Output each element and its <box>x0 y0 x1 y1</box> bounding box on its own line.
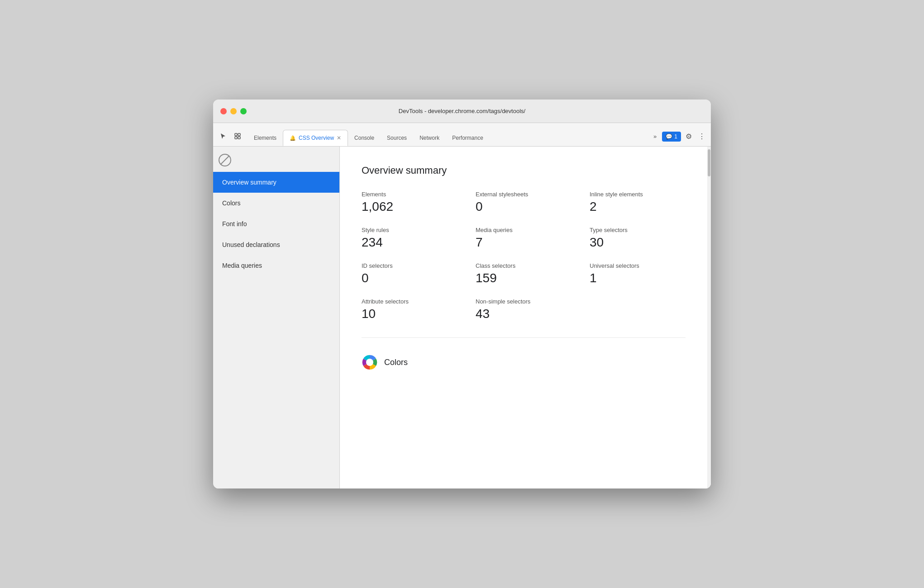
traffic-lights <box>220 108 247 114</box>
stat-media-queries: Media queries 7 <box>476 227 572 250</box>
window-title: DevTools - developer.chrome.com/tags/dev… <box>399 108 525 114</box>
tab-icon: 🔔 <box>290 135 296 141</box>
inspect-icon[interactable] <box>231 130 244 142</box>
scrollbar-thumb[interactable] <box>708 149 710 176</box>
stat-type-selectors: Type selectors 30 <box>590 227 686 250</box>
maximize-button[interactable] <box>240 108 247 114</box>
stat-attribute-selectors-value: 10 <box>362 307 457 321</box>
stat-type-selectors-value: 30 <box>590 235 686 250</box>
chat-count: 1 <box>674 133 677 140</box>
stat-non-simple-selectors-label: Non-simple selectors <box>476 298 572 305</box>
stat-inline-style-elements-label: Inline style elements <box>590 191 686 198</box>
sidebar-item-colors-label: Colors <box>222 199 240 207</box>
colors-header: Colors <box>362 354 686 370</box>
sidebar-item-colors[interactable]: Colors <box>213 193 339 213</box>
colors-section: Colors <box>362 338 686 379</box>
sidebar-item-unused-declarations[interactable]: Unused declarations <box>213 234 339 255</box>
stat-id-selectors-value: 0 <box>362 271 457 285</box>
sidebar-item-overview-summary[interactable]: Overview summary <box>213 172 339 193</box>
scrollbar-track <box>707 147 711 488</box>
toolbar-left <box>217 130 244 146</box>
stat-universal-selectors-label: Universal selectors <box>590 262 686 269</box>
main-content: Overview summary Colors Font info Unused… <box>213 147 711 488</box>
color-wheel-icon <box>362 354 378 370</box>
sidebar-item-media-queries[interactable]: Media queries <box>213 255 339 276</box>
content-inner: Overview summary Elements 1,062 External… <box>340 147 711 398</box>
stat-attribute-selectors-label: Attribute selectors <box>362 298 457 305</box>
stat-media-queries-value: 7 <box>476 235 572 250</box>
sidebar-item-font-info[interactable]: Font info <box>213 213 339 234</box>
tab-css-overview-label: CSS Overview <box>299 135 334 141</box>
sidebar-nav: Overview summary Colors Font info Unused… <box>213 172 339 276</box>
close-button[interactable] <box>220 108 227 114</box>
tab-css-overview[interactable]: 🔔 CSS Overview ✕ <box>283 130 348 146</box>
tabs-container: Elements 🔔 CSS Overview ✕ Console Source… <box>248 130 651 146</box>
stat-elements: Elements 1,062 <box>362 191 457 214</box>
stats-grid: Elements 1,062 External stylesheets 0 In… <box>362 191 686 321</box>
stat-non-simple-selectors-value: 43 <box>476 307 572 321</box>
tab-network-label: Network <box>419 135 439 141</box>
stat-external-stylesheets-value: 0 <box>476 199 572 214</box>
stat-class-selectors: Class selectors 159 <box>476 262 572 285</box>
chat-icon: 💬 <box>666 133 672 140</box>
tab-sources-label: Sources <box>387 135 407 141</box>
chat-button[interactable]: 💬 1 <box>662 132 681 142</box>
sidebar-item-unused-declarations-label: Unused declarations <box>222 241 280 248</box>
sidebar-item-font-info-label: Font info <box>222 220 247 228</box>
overview-summary-section: Overview summary Elements 1,062 External… <box>362 165 686 338</box>
stat-universal-selectors-value: 1 <box>590 271 686 285</box>
svg-point-6 <box>366 359 373 366</box>
tab-elements-label: Elements <box>254 135 276 141</box>
svg-rect-2 <box>235 137 237 139</box>
sidebar-top <box>213 150 339 170</box>
stat-external-stylesheets: External stylesheets 0 <box>476 191 572 214</box>
svg-rect-1 <box>238 133 240 136</box>
tab-elements[interactable]: Elements <box>248 130 283 146</box>
cursor-icon[interactable] <box>217 130 229 142</box>
svg-rect-3 <box>238 137 240 139</box>
colors-section-title: Colors <box>384 358 408 367</box>
stat-style-rules-value: 234 <box>362 235 457 250</box>
sidebar-item-media-queries-label: Media queries <box>222 262 262 269</box>
toolbar-right: » 💬 1 ⚙ ⋮ <box>651 130 707 146</box>
tab-close-icon[interactable]: ✕ <box>337 135 341 141</box>
tab-performance[interactable]: Performance <box>446 130 490 146</box>
stat-id-selectors: ID selectors 0 <box>362 262 457 285</box>
stat-style-rules-label: Style rules <box>362 227 457 233</box>
stat-class-selectors-label: Class selectors <box>476 262 572 269</box>
tab-network[interactable]: Network <box>413 130 446 146</box>
stat-elements-value: 1,062 <box>362 199 457 214</box>
svg-rect-0 <box>235 133 237 136</box>
tab-bar: Elements 🔔 CSS Overview ✕ Console Source… <box>213 123 711 147</box>
stat-non-simple-selectors: Non-simple selectors 43 <box>476 298 572 321</box>
more-tabs-button[interactable]: » <box>651 131 659 142</box>
stat-type-selectors-label: Type selectors <box>590 227 686 233</box>
stat-class-selectors-value: 159 <box>476 271 572 285</box>
stat-style-rules: Style rules 234 <box>362 227 457 250</box>
tab-console-label: Console <box>354 135 374 141</box>
minimize-button[interactable] <box>230 108 237 114</box>
stat-attribute-selectors: Attribute selectors 10 <box>362 298 457 321</box>
more-options-button[interactable]: ⋮ <box>696 130 707 142</box>
stat-inline-style-elements-value: 2 <box>590 199 686 214</box>
no-icon <box>219 154 231 166</box>
stat-id-selectors-label: ID selectors <box>362 262 457 269</box>
overview-summary-title: Overview summary <box>362 165 686 176</box>
stat-elements-label: Elements <box>362 191 457 198</box>
tab-console[interactable]: Console <box>348 130 381 146</box>
stat-external-stylesheets-label: External stylesheets <box>476 191 572 198</box>
title-bar: DevTools - developer.chrome.com/tags/dev… <box>213 100 711 123</box>
sidebar-item-overview-summary-label: Overview summary <box>222 179 276 186</box>
stat-inline-style-elements: Inline style elements 2 <box>590 191 686 214</box>
tab-performance-label: Performance <box>452 135 483 141</box>
content-area: Overview summary Elements 1,062 External… <box>340 147 711 488</box>
settings-button[interactable]: ⚙ <box>684 130 694 142</box>
stat-universal-selectors: Universal selectors 1 <box>590 262 686 285</box>
tab-sources[interactable]: Sources <box>381 130 413 146</box>
sidebar: Overview summary Colors Font info Unused… <box>213 147 340 488</box>
devtools-window: DevTools - developer.chrome.com/tags/dev… <box>213 100 711 488</box>
stat-media-queries-label: Media queries <box>476 227 572 233</box>
